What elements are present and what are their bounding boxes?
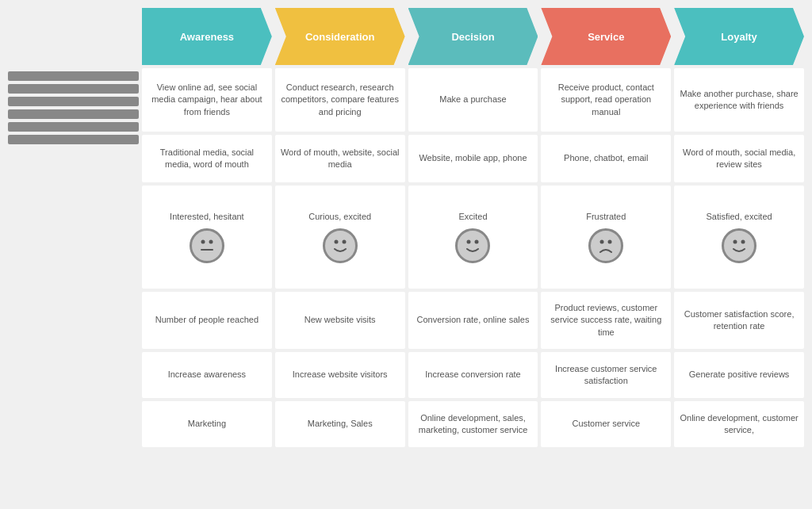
- stage-header-consideration: Consideration: [275, 8, 405, 65]
- goals-consideration: Increase website visitors: [275, 352, 405, 398]
- teams-loyalty: Online development, customer service,: [674, 401, 804, 447]
- experience-service: Frustrated: [541, 186, 671, 289]
- teams-consideration: Marketing, Sales: [275, 401, 405, 447]
- exp-text-decision: Excited: [458, 211, 487, 223]
- kpis-service: Product reviews, customer service succes…: [541, 292, 671, 349]
- main-container: AwarenessView online ad, see social medi…: [0, 0, 812, 509]
- experience-consideration: Curious, excited: [275, 186, 405, 289]
- actions-consideration: Conduct research, research competitors, …: [275, 68, 405, 132]
- actions-loyalty: Make another purchase, share experience …: [674, 68, 804, 132]
- stage-header-decision: Decision: [408, 8, 538, 65]
- emoji-face-decision: [455, 228, 490, 263]
- svg-point-5: [475, 239, 479, 243]
- svg-point-9: [741, 239, 745, 243]
- label-experience: [8, 97, 139, 106]
- exp-text-loyalty: Satisfied, excited: [707, 211, 772, 223]
- svg-point-6: [600, 239, 604, 243]
- teams-service: Customer service: [541, 401, 671, 447]
- svg-point-1: [209, 239, 213, 243]
- touchpoints-consideration: Word of mouth, website, social media: [275, 135, 405, 182]
- experience-awareness: Interested, hesitant: [142, 186, 272, 289]
- touchpoints-loyalty: Word of mouth, social media, review site…: [674, 135, 804, 182]
- actions-awareness: View online ad, see social media campaig…: [142, 68, 272, 132]
- svg-point-3: [342, 239, 346, 243]
- emoji-face-awareness: [190, 228, 224, 263]
- stage-col-service: ServiceReceive product, contact support,…: [541, 8, 671, 501]
- experience-decision: Excited: [408, 186, 538, 289]
- exp-text-service: Frustrated: [586, 211, 626, 223]
- experience-loyalty: Satisfied, excited: [674, 186, 804, 289]
- goals-service: Increase customer service satisfaction: [541, 352, 671, 398]
- emoji-face-consideration: [323, 228, 358, 263]
- stage-col-loyalty: LoyaltyMake another purchase, share expe…: [674, 8, 804, 501]
- svg-point-2: [334, 239, 338, 243]
- kpis-loyalty: Customer satisfaction score, retention r…: [674, 292, 804, 349]
- kpis-decision: Conversion rate, online sales: [408, 292, 538, 349]
- exp-text-awareness: Interested, hesitant: [170, 211, 244, 223]
- kpis-consideration: New website visits: [275, 292, 405, 349]
- stage-header-loyalty: Loyalty: [674, 8, 804, 65]
- svg-point-4: [467, 239, 471, 243]
- stage-col-decision: DecisionMake a purchaseWebsite, mobile a…: [408, 8, 538, 501]
- exp-text-consideration: Curious, excited: [308, 211, 371, 223]
- touchpoints-awareness: Traditional media, social media, word of…: [142, 135, 272, 182]
- touchpoints-decision: Website, mobile app, phone: [408, 135, 538, 182]
- stage-col-consideration: ConsiderationConduct research, research …: [275, 8, 405, 501]
- touchpoints-service: Phone, chatbot, email: [541, 135, 671, 182]
- label-teams: [8, 135, 139, 144]
- teams-awareness: Marketing: [142, 401, 272, 447]
- goals-loyalty: Generate positive reviews: [674, 352, 804, 398]
- emoji-face-service: [588, 228, 623, 263]
- svg-point-7: [608, 239, 612, 243]
- label-touchpoints: [8, 84, 139, 94]
- label-column: [8, 71, 139, 501]
- actions-service: Receive product, contact support, read o…: [541, 68, 671, 132]
- teams-decision: Online development, sales, marketing, cu…: [408, 401, 538, 447]
- actions-decision: Make a purchase: [408, 68, 538, 132]
- label-goals: [8, 122, 139, 132]
- label-kpis: [8, 109, 139, 119]
- goals-decision: Increase conversion rate: [408, 352, 538, 398]
- svg-point-8: [733, 239, 737, 243]
- svg-point-0: [201, 239, 205, 243]
- stage-col-awareness: AwarenessView online ad, see social medi…: [142, 8, 272, 501]
- goals-awareness: Increase awareness: [142, 352, 272, 398]
- emoji-face-loyalty: [722, 228, 756, 263]
- stage-header-service: Service: [541, 8, 671, 65]
- stage-header-awareness: Awareness: [142, 8, 272, 65]
- label-actions: [8, 71, 139, 81]
- kpis-awareness: Number of people reached: [142, 292, 272, 349]
